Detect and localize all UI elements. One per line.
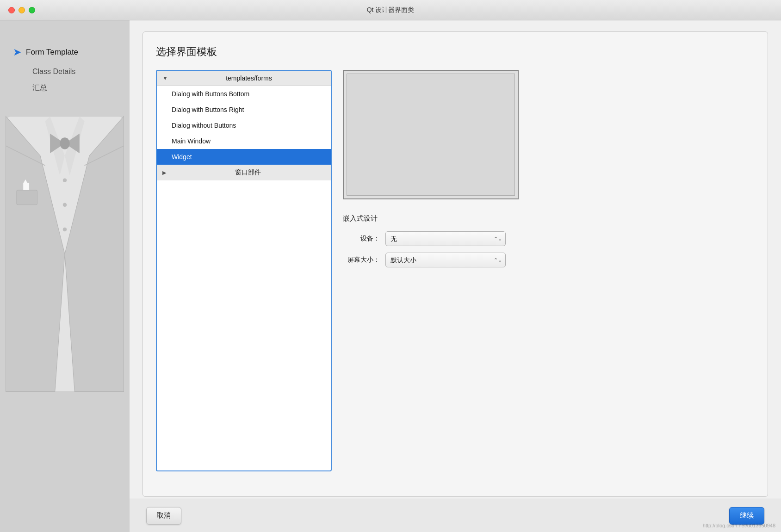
- screen-size-select-wrapper[interactable]: 默认大小: [385, 253, 506, 267]
- bottom-bar: 取消 继续: [130, 499, 781, 532]
- sidebar-nav: ➤ Form Template Class Details 汇总: [0, 33, 130, 93]
- window-controls: [8, 7, 35, 13]
- device-label: 设备：: [343, 235, 380, 243]
- cancel-button[interactable]: 取消: [146, 507, 181, 525]
- list-header-label: templates/forms: [173, 74, 325, 82]
- list-header-templates-forms[interactable]: ▼ templates/forms: [157, 71, 331, 86]
- titlebar: Qt 设计器界面类: [0, 0, 781, 20]
- content-area: 选择界面模板 ▼ templates/forms Dialog with But…: [130, 20, 781, 532]
- screen-size-select[interactable]: 默认大小: [385, 253, 506, 267]
- preview-inner: [347, 74, 515, 196]
- template-area: ▼ templates/forms Dialog with Buttons Bo…: [156, 70, 755, 471]
- window-title: Qt 设计器界面类: [367, 6, 415, 14]
- svg-point-4: [63, 228, 67, 232]
- close-button[interactable]: [8, 7, 15, 13]
- group-label: 窗口部件: [171, 168, 325, 177]
- preview-box: [343, 70, 519, 199]
- list-item-main-window[interactable]: Main Window: [157, 133, 331, 149]
- list-item-widget[interactable]: Widget: [157, 149, 331, 165]
- screen-size-label: 屏幕大小：: [343, 256, 380, 264]
- arrow-icon: ➤: [13, 46, 21, 58]
- list-item-label: Main Window: [172, 137, 211, 145]
- template-list-container: ▼ templates/forms Dialog with Buttons Bo…: [156, 70, 332, 471]
- list-item-dialog-bottom[interactable]: Dialog with Buttons Bottom: [157, 86, 331, 102]
- list-group-header-widgets[interactable]: ▶ 窗口部件: [157, 165, 331, 180]
- list-item-label: Widget: [172, 153, 192, 161]
- device-select[interactable]: 无: [385, 231, 506, 246]
- list-item-dialog-no-buttons[interactable]: Dialog without Buttons: [157, 118, 331, 133]
- svg-point-3: [63, 203, 67, 207]
- list-item-label: Dialog with Buttons Right: [172, 106, 244, 113]
- sidebar: ➤ Form Template Class Details 汇总: [0, 20, 130, 532]
- svg-rect-5: [17, 190, 37, 205]
- svg-point-2: [63, 178, 67, 182]
- screen-size-row: 屏幕大小： 默认大小: [343, 253, 755, 267]
- content-inner: 选择界面模板 ▼ templates/forms Dialog with But…: [143, 31, 768, 497]
- right-panel: 嵌入式设计 设备： 无 屏幕大小：: [343, 70, 755, 471]
- collapse-icon: ▼: [162, 75, 168, 81]
- class-details-label: Class Details: [32, 68, 75, 75]
- form-template-label: Form Template: [26, 48, 78, 57]
- continue-button[interactable]: 继续: [729, 507, 764, 525]
- watermark: http://blog.csdn.net/u013650948: [703, 523, 775, 528]
- device-select-wrapper[interactable]: 无: [385, 231, 506, 246]
- sidebar-item-form-template[interactable]: ➤ Form Template: [13, 46, 120, 58]
- list-item-label: Dialog without Buttons: [172, 122, 236, 129]
- summary-label: 汇总: [32, 84, 47, 92]
- embedded-title: 嵌入式设计: [343, 214, 755, 223]
- expand-icon: ▶: [162, 170, 166, 176]
- template-list[interactable]: ▼ templates/forms Dialog with Buttons Bo…: [156, 70, 332, 471]
- embedded-section: 嵌入式设计 设备： 无 屏幕大小：: [343, 214, 755, 274]
- device-row: 设备： 无: [343, 231, 755, 246]
- main-layout: ➤ Form Template Class Details 汇总 选择界面模板: [0, 20, 781, 532]
- list-item-label: Dialog with Buttons Bottom: [172, 90, 249, 98]
- maximize-button[interactable]: [29, 7, 35, 13]
- sidebar-item-class-details[interactable]: Class Details: [13, 68, 120, 76]
- tuxedo-background: [0, 20, 130, 532]
- minimize-button[interactable]: [19, 7, 25, 13]
- list-item-dialog-right[interactable]: Dialog with Buttons Right: [157, 102, 331, 118]
- section-title: 选择界面模板: [156, 45, 755, 59]
- svg-point-1: [60, 137, 69, 149]
- sidebar-item-summary[interactable]: 汇总: [13, 83, 120, 93]
